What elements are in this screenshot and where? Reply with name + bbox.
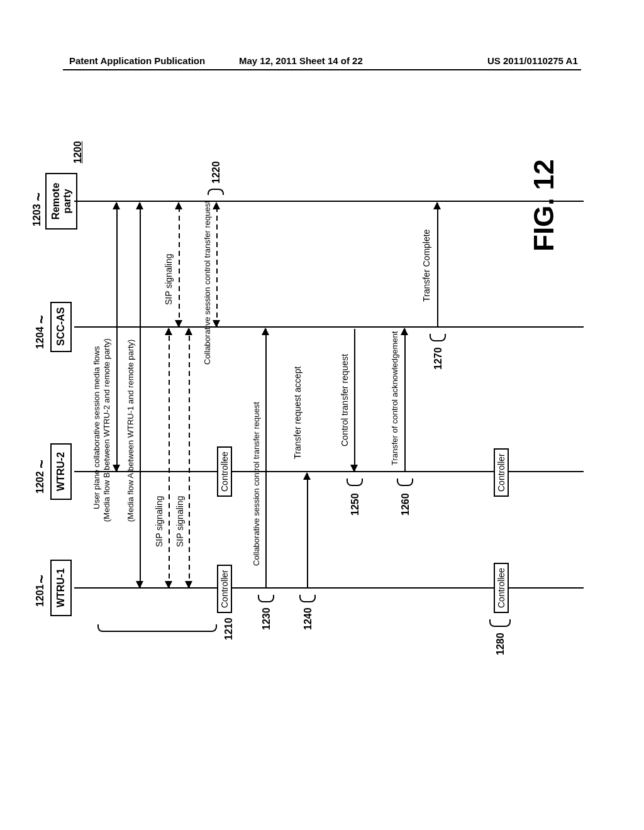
- brace-1210: [97, 624, 217, 632]
- arrow-1260: [404, 329, 406, 471]
- arrow-1250: [354, 329, 355, 471]
- arrow-1240: [307, 473, 308, 587]
- role-wtru1-final: Controllee: [494, 563, 509, 613]
- arrow-sip-2: [189, 329, 190, 587]
- header-rule: [63, 69, 581, 70]
- brace-1250: [347, 479, 363, 486]
- arrowhead-right-icon: [165, 328, 172, 335]
- entity-remote: Remote party: [45, 173, 77, 230]
- entity-sccas: SCC-AS: [50, 302, 72, 352]
- lifeline-remote: [74, 201, 584, 202]
- label-req-accept: Transfer request accept: [292, 367, 303, 459]
- label-collab-req-1220: Collaborative session control transfer r…: [203, 201, 212, 365]
- ref-1270: 1270: [433, 347, 444, 370]
- ref-1230: 1230: [261, 607, 272, 630]
- brace-1220: [208, 189, 224, 195]
- arrowhead-left-icon: [136, 581, 143, 589]
- arrowhead-right-icon: [136, 202, 143, 209]
- entity-wtru1: WTRU-1: [50, 560, 72, 616]
- arrowhead-right-icon: [185, 328, 192, 335]
- brace-1240: [299, 595, 316, 602]
- arrow-sip-1: [169, 329, 170, 587]
- arrow-1230: [265, 329, 267, 587]
- arrowhead-left-icon: [113, 465, 120, 472]
- label-complete: Transfer Complete: [421, 230, 431, 302]
- figure-label: FIG. 12: [528, 159, 560, 252]
- ref-1201: 1201: [35, 584, 46, 607]
- arrow-1220: [216, 203, 218, 326]
- label-userplane: User plane collaborative session media f…: [92, 346, 101, 509]
- arrow-flowa: [140, 203, 141, 587]
- ref-1250: 1250: [350, 493, 361, 516]
- arrowhead-left-icon: [175, 320, 182, 328]
- role-wtru2-initial: Controllee: [217, 446, 232, 497]
- ref-1200: 1200: [72, 141, 84, 163]
- role-wtru1-initial: Controller: [217, 565, 232, 613]
- label-ctrl-ack: Transfer of control acknowledgement: [390, 331, 399, 465]
- brace-1260: [397, 479, 413, 486]
- tilde-icon: ~: [33, 460, 50, 468]
- arrowhead-right-icon: [401, 328, 408, 335]
- arrowhead-right-icon: [262, 328, 269, 335]
- ref-1240: 1240: [303, 607, 314, 630]
- brace-1230: [258, 595, 274, 602]
- entity-remote-label: Remote party: [50, 183, 72, 220]
- label-sip-3: SIP signaling: [164, 254, 174, 305]
- arrowhead-right-icon: [433, 202, 441, 209]
- arrow-1270: [437, 203, 438, 326]
- label-sip-1: SIP signaling: [154, 496, 164, 547]
- brace-1280: [489, 619, 511, 627]
- arrow-sip-3: [179, 203, 180, 326]
- ref-1203: 1203: [31, 204, 43, 226]
- arrowhead-left-icon: [165, 581, 172, 589]
- arrowhead-left-icon: [213, 320, 220, 328]
- header-right: US 2011/0110275 A1: [487, 55, 578, 66]
- entity-wtru2: WTRU-2: [50, 443, 72, 500]
- arrowhead-left-icon: [185, 581, 192, 589]
- ref-1210: 1210: [223, 617, 235, 640]
- role-wtru2-final: Controller: [494, 448, 509, 497]
- label-collab-req-1230: Collaborative session control transfer r…: [252, 402, 261, 566]
- ref-1280: 1280: [495, 633, 506, 655]
- arrowhead-left-icon: [350, 465, 358, 472]
- sequence-diagram: WTRU-1 WTRU-2 SCC-AS Remote party 1201 ~…: [31, 126, 597, 629]
- arrowhead-right-icon: [175, 202, 182, 209]
- arrowhead-right-icon: [213, 202, 220, 209]
- ref-1260: 1260: [400, 493, 411, 516]
- brace-1270: [430, 334, 446, 341]
- tilde-icon: ~: [30, 192, 47, 201]
- header-left: Patent Application Publication: [69, 55, 205, 66]
- tilde-icon: ~: [33, 575, 50, 584]
- tilde-icon: ~: [33, 315, 50, 324]
- label-ctrl-req: Control transfer request: [340, 354, 350, 446]
- header-mid: May 12, 2011 Sheet 14 of 22: [239, 55, 363, 66]
- lifeline-sccas: [74, 326, 584, 328]
- label-flowa: (Media flow A between WTRU-1 and remote …: [126, 340, 135, 522]
- arrowhead-right-icon: [303, 472, 311, 480]
- label-sip-2: SIP signaling: [175, 496, 185, 547]
- arrowhead-right-icon: [113, 202, 120, 209]
- label-flowb: (Media flow B between WTRU-2 and remote …: [102, 338, 111, 522]
- ref-1204: 1204: [35, 326, 46, 349]
- ref-1220: 1220: [211, 161, 222, 184]
- ref-1202: 1202: [35, 471, 46, 494]
- arrow-flowb: [116, 203, 118, 471]
